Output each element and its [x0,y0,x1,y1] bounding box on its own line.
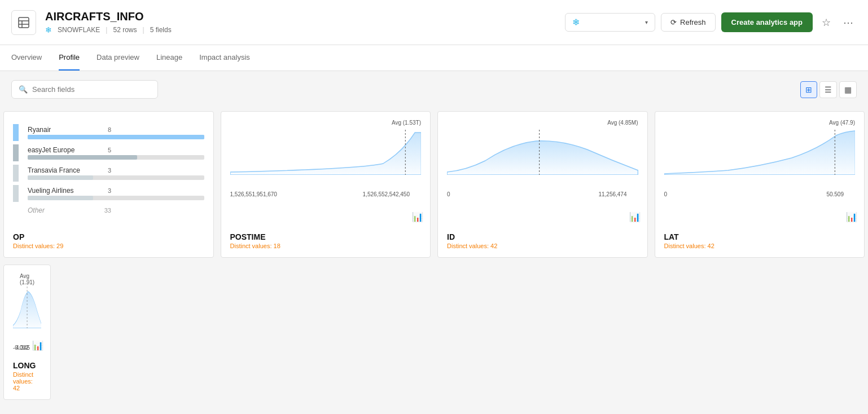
bar-row-transavia: Transavia France 3 [13,165,204,182]
lat-avg-label: Avg (47.9) [829,120,855,126]
table-view-button[interactable]: ▦ [839,81,857,98]
bar-row-other: Other 33 [13,205,204,217]
tab-overview[interactable]: Overview [11,45,42,71]
tab-bar: Overview Profile Data preview Lineage Im… [0,45,868,71]
card-long-footer: LONG Distinct values: 42 [4,355,50,399]
postime-max: 1,526,552,542,450 [363,191,410,197]
postime-svg [230,130,422,175]
distinct-long: Distinct values: 42 [13,371,41,391]
long-avg-label: Avg (1.91) [20,273,34,285]
lat-svg [664,130,856,175]
id-svg [447,130,638,175]
bar-count-easyjet: 5 [100,147,111,153]
postime-min: 1,526,551,951,670 [230,191,277,197]
card-postime-footer: POSTIME Distinct values: 18 [221,227,431,257]
long-svg [13,283,41,328]
card-long-chart: Avg (1.91) -0.012 4.345 📊 [4,265,50,355]
bar-count-vueling: 3 [100,187,111,194]
card-long: Avg (1.91) -0.012 4.345 📊 LONG [3,265,51,400]
postime-chart-icon: 📊 [412,212,423,222]
field-name-long: LONG [13,361,41,370]
postime-avg-label: Avg (1.53T) [392,120,421,126]
bar-row-easyjet: easyJet Europe 5 [13,144,204,161]
card-lat-footer: LAT Distinct values: 42 [655,227,865,257]
tab-impact-analysis[interactable]: Impact analysis [199,45,250,71]
card-id: Avg (4.85M) 0 11,256,474 📊 ID [437,111,648,258]
lat-chart-icon: 📊 [846,212,857,222]
long-max: 4.345 [16,345,30,351]
list-view-button[interactable]: ☰ [819,81,837,98]
bar-fill-easyjet [28,155,137,160]
tab-data-preview[interactable]: Data preview [97,45,139,71]
meta-separator-1: | [106,26,107,34]
bar-track-transavia [28,175,204,180]
favorite-button[interactable]: ☆ [818,14,834,31]
search-box[interactable]: 🔍 [11,80,158,99]
bar-label-transavia: Transavia France [28,166,95,174]
id-avg-label: Avg (4.85M) [607,120,638,126]
title-block: AIRCRAFTS_INFO ❄ SNOWFLAKE | 52 rows | 5… [45,10,172,34]
bar-count-other: 33 [100,207,111,214]
grid-view-button[interactable]: ⊞ [800,81,817,98]
bar-count-transavia: 3 [100,167,111,174]
search-input[interactable] [32,85,151,94]
card-op-footer: OP Distinct values: 29 [4,227,213,257]
meta-separator-2: | [143,26,144,34]
bar-label-easyjet: easyJet Europe [28,146,95,154]
card-op: Ryanair 8 easyJet Europe 5 [3,111,214,258]
long-chart-icon: 📊 [32,340,43,351]
field-name-lat: LAT [664,232,856,241]
distinct-op: Distinct values: 29 [13,243,204,249]
more-options-button[interactable]: ⋯ [840,14,857,31]
header: AIRCRAFTS_INFO ❄ SNOWFLAKE | 52 rows | 5… [0,0,868,45]
app-icon [11,10,36,35]
cards-grid: Ryanair 8 easyJet Europe 5 [0,108,868,403]
refresh-button[interactable]: ⟳ Refresh [661,13,716,32]
distinct-lat: Distinct values: 42 [664,243,856,249]
distinct-id: Distinct values: 42 [447,243,638,249]
bar-fill-ryanair [28,135,204,139]
bar-list-op: Ryanair 8 easyJet Europe 5 [13,118,204,222]
card-op-chart: Ryanair 8 easyJet Europe 5 [4,112,213,227]
lat-max: 50.509 [826,191,844,197]
tab-profile[interactable]: Profile [59,45,80,71]
bar-fill-transavia [28,175,93,180]
card-postime-chart: Avg (1.53T) 1,526,551,951,670 1,526,552,… [221,112,431,227]
connector-label: SNOWFLAKE [58,26,100,34]
id-chart-icon: 📊 [629,212,641,222]
ellipsis-icon: ⋯ [843,17,853,28]
bar-label-ryanair: Ryanair [28,126,95,134]
distinct-postime: Distinct values: 18 [230,243,422,249]
env-selector[interactable]: ❄ ▾ [565,13,655,32]
header-left: AIRCRAFTS_INFO ❄ SNOWFLAKE | 52 rows | 5… [11,10,565,35]
star-icon: ☆ [822,17,831,28]
svg-rect-0 [19,17,29,28]
refresh-icon: ⟳ [670,18,677,27]
page-title: AIRCRAFTS_INFO [45,10,172,23]
app-meta: ❄ SNOWFLAKE | 52 rows | 5 fields [45,25,172,34]
bar-row-vueling: Vueling Airlines 3 [13,185,204,202]
id-min: 0 [447,191,450,197]
bar-track-ryanair [28,135,204,139]
card-lat-chart: Avg (47.9) 0 50.509 📊 [655,112,865,227]
tab-lineage[interactable]: Lineage [156,45,182,71]
bar-track-vueling [28,196,204,200]
card-lat: Avg (47.9) 0 50.509 📊 LAT Dist [655,111,865,258]
snowflake-icon: ❄ [45,25,52,34]
bar-row-ryanair: Ryanair 8 [13,124,204,141]
bar-fill-vueling [28,196,93,200]
refresh-label: Refresh [680,18,706,27]
field-name-postime: POSTIME [230,232,422,241]
snowflake-env-icon: ❄ [572,17,580,28]
id-max: 11,256,474 [598,191,626,197]
card-id-chart: Avg (4.85M) 0 11,256,474 📊 [438,112,647,227]
field-name-op: OP [13,232,204,241]
bar-count-ryanair: 8 [100,126,111,133]
chevron-down-icon: ▾ [645,19,648,25]
create-analytics-button[interactable]: Create analytics app [721,12,813,32]
bar-label-other: Other [28,206,95,214]
toolbar: 🔍 ⊞ ☰ ▦ [0,71,868,108]
lat-min: 0 [664,191,668,197]
card-postime: Avg (1.53T) 1,526,551,951,670 1,526,552,… [221,111,431,258]
search-icon: 🔍 [19,85,28,94]
